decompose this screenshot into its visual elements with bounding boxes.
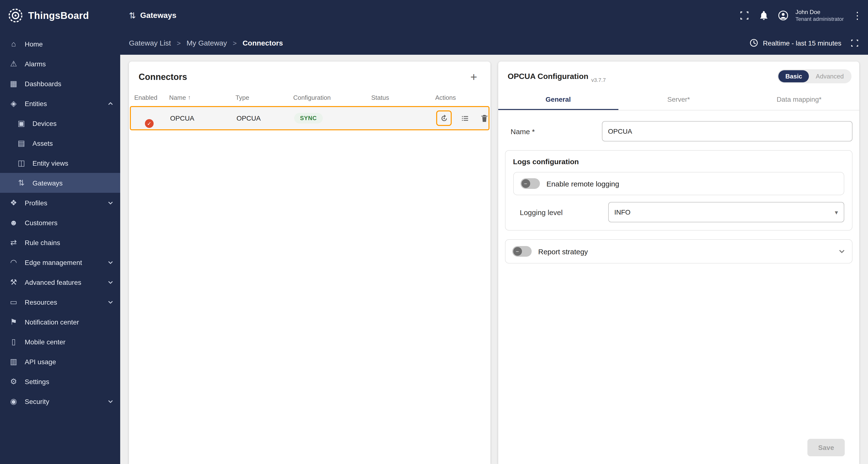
mode-advanced-button[interactable]: Advanced	[809, 70, 850, 82]
chevron-down-icon	[838, 248, 845, 255]
logging-level-select[interactable]: INFO ▾	[608, 202, 844, 222]
user-name: John Doe	[796, 8, 844, 16]
remote-logging-toggle[interactable]: −	[520, 178, 540, 189]
sidebar-item-notification-center[interactable]: ⚑ Notification center	[0, 312, 120, 332]
kebab-menu-icon[interactable]: ⋮	[852, 10, 861, 21]
time-window-selector[interactable]: Realtime - last 15 minutes	[749, 38, 841, 47]
logs-configuration-title: Logs configuration	[513, 157, 844, 166]
gateways-icon: ⇅	[17, 179, 26, 187]
breadcrumb-separator: >	[233, 39, 237, 47]
sidebar-item-alarms[interactable]: ⚠ Alarms	[0, 54, 120, 74]
save-button[interactable]: Save	[808, 439, 845, 456]
report-strategy-toggle[interactable]: −	[512, 246, 531, 257]
thingsboard-app: ThingsBoard ⇅ Gateways John Doe Tenant a…	[0, 0, 868, 464]
connector-config-panel: OPCUA Configuration v3.7.7 Basic Advance…	[498, 62, 859, 464]
logging-level-label: Logging level	[513, 208, 608, 216]
report-strategy-expander[interactable]: − Report strategy	[505, 239, 852, 263]
sidebar-item-entities[interactable]: ◈ Entities	[0, 94, 120, 113]
api-usage-icon: ▥	[9, 358, 19, 365]
user-avatar[interactable]	[778, 10, 789, 21]
chevron-up-icon	[107, 100, 114, 106]
top-bar: ThingsBoard ⇅ Gateways John Doe Tenant a…	[0, 0, 868, 31]
mobile-center-icon: ▯	[9, 338, 19, 345]
column-actions: Actions	[435, 94, 490, 101]
sidebar-item-security[interactable]: ◉ Security	[0, 391, 120, 411]
logging-level-value: INFO	[614, 208, 630, 216]
work-area: Connectors + Enabled Name ↑ Type Configu…	[120, 55, 868, 464]
column-configuration: Configuration	[293, 94, 371, 101]
sidebar-item-dashboards[interactable]: ▦ Dashboards	[0, 74, 120, 94]
page-section-header: ⇅ Gateways	[129, 11, 177, 20]
breadcrumb-connectors: Connectors	[243, 39, 283, 47]
dashboard-fullscreen-icon[interactable]	[850, 38, 859, 47]
settings-gear-icon: ⚙	[9, 377, 19, 385]
profiles-icon: ❖	[9, 199, 19, 206]
app-logo[interactable]: ThingsBoard	[0, 8, 120, 23]
connector-status-cell	[372, 114, 436, 123]
name-field-label: Name *	[505, 127, 602, 135]
sidebar-item-profiles[interactable]: ❖ Profiles	[0, 193, 120, 212]
config-version: v3.7.7	[591, 77, 606, 83]
tab-server[interactable]: Server*	[618, 89, 739, 110]
thingsboard-logo-icon	[8, 8, 23, 23]
sync-badge: SYNC	[294, 113, 322, 124]
sidebar-item-mobile-center[interactable]: ▯ Mobile center	[0, 332, 120, 352]
toggle-minus-icon: −	[521, 179, 530, 188]
sidebar-item-assets[interactable]: ▤ Assets	[0, 133, 120, 153]
delete-icon[interactable]	[478, 112, 490, 125]
config-header: OPCUA Configuration v3.7.7 Basic Advance…	[498, 62, 859, 89]
connector-name-input[interactable]	[602, 121, 852, 141]
sidebar-item-settings[interactable]: ⚙ Settings	[0, 371, 120, 391]
connector-actions-cell	[436, 110, 490, 126]
connector-name-cell: OPCUA	[170, 114, 237, 122]
report-strategy-label: Report strategy	[538, 247, 588, 256]
assets-icon: ▤	[17, 139, 26, 147]
resources-icon: ▭	[9, 298, 19, 306]
alarms-icon: ⚠	[9, 60, 19, 68]
column-name-sortable[interactable]: Name ↑	[169, 94, 236, 101]
devices-icon: ▣	[17, 120, 26, 127]
sidebar-item-advanced-features[interactable]: ⚒ Advanced features	[0, 272, 120, 292]
sidebar-nav: ⌂ Home ⚠ Alarms ▦ Dashboards ◈ Entities …	[0, 31, 120, 464]
notifications-bell-icon[interactable]	[759, 10, 769, 21]
tab-data-mapping[interactable]: Data mapping*	[739, 89, 859, 110]
chevron-down-icon	[107, 299, 114, 305]
config-body: Name * Logs configuration − Enable remot…	[498, 110, 859, 464]
logs-configuration-section: Logs configuration − Enable remote loggi…	[505, 150, 852, 231]
breadcrumb-gateway-list[interactable]: Gateway List	[129, 39, 171, 47]
config-title: OPCUA Configuration	[508, 72, 588, 80]
breadcrumb-my-gateway[interactable]: My Gateway	[187, 39, 227, 47]
toggle-check-icon: ✓	[145, 119, 154, 128]
mode-basic-button[interactable]: Basic	[779, 70, 809, 82]
tab-general[interactable]: General	[498, 89, 618, 110]
breadcrumb-separator: >	[177, 39, 181, 47]
home-icon: ⌂	[9, 40, 19, 48]
breadcrumb-bar: Gateway List > My Gateway > Connectors R…	[120, 31, 868, 55]
connectors-panel: Connectors + Enabled Name ↑ Type Configu…	[129, 62, 490, 464]
sidebar-item-home[interactable]: ⌂ Home	[0, 34, 120, 54]
logs-list-icon[interactable]	[459, 112, 471, 125]
advanced-features-icon: ⚒	[9, 278, 19, 286]
security-icon: ◉	[9, 397, 19, 405]
content-column: Gateway List > My Gateway > Connectors R…	[120, 31, 868, 464]
sidebar-item-gateways[interactable]: ⇅ Gateways	[0, 173, 120, 193]
main-row: ⌂ Home ⚠ Alarms ▦ Dashboards ◈ Entities …	[0, 31, 868, 464]
connectors-table-header: Enabled Name ↑ Type Configuration Status…	[129, 89, 490, 106]
add-connector-button[interactable]: +	[467, 70, 480, 84]
sidebar-item-devices[interactable]: ▣ Devices	[0, 113, 120, 133]
connectors-title: Connectors	[138, 72, 187, 82]
entities-icon: ◈	[9, 100, 19, 107]
sidebar-item-customers[interactable]: ☻ Customers	[0, 212, 120, 232]
user-info: John Doe Tenant administrator	[796, 8, 844, 23]
sidebar-item-entity-views[interactable]: ◫ Entity views	[0, 153, 120, 173]
dashboards-icon: ▦	[9, 80, 19, 88]
sidebar-item-edge-management[interactable]: ◠ Edge management	[0, 252, 120, 272]
logging-level-row: Logging level INFO ▾	[513, 202, 844, 222]
gateways-section-icon: ⇅	[129, 11, 136, 20]
fullscreen-icon[interactable]	[739, 10, 750, 21]
sidebar-item-resources[interactable]: ▭ Resources	[0, 292, 120, 312]
sidebar-item-rule-chains[interactable]: ⇄ Rule chains	[0, 232, 120, 252]
connector-row-opcua[interactable]: ✓ OPCUA OPCUA SYNC	[130, 106, 489, 130]
sidebar-item-api-usage[interactable]: ▥ API usage	[0, 352, 120, 371]
rpc-icon[interactable]	[436, 110, 452, 126]
